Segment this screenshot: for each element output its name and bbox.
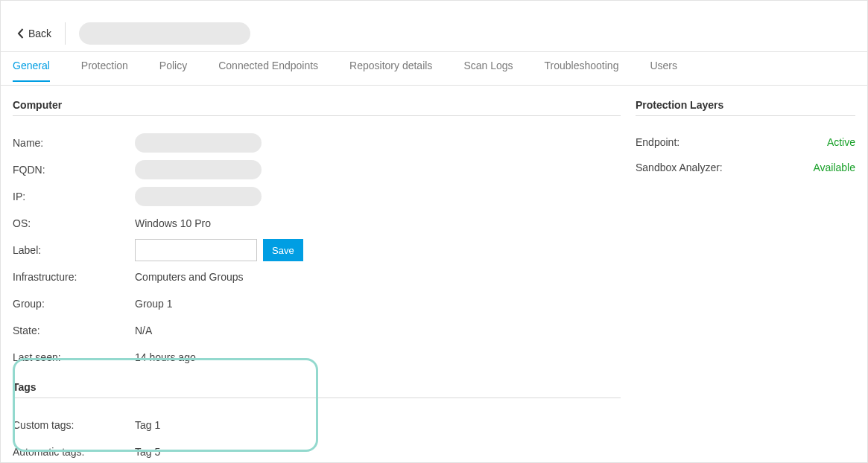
automatic-tags-value: Tag 5: [135, 446, 160, 458]
tabs: General Protection Policy Connected Endp…: [1, 51, 867, 86]
header-title-placeholder: [79, 22, 250, 45]
save-button[interactable]: Save: [263, 239, 303, 261]
group-label: Group:: [13, 298, 135, 310]
endpoint-label: Endpoint:: [636, 136, 679, 148]
custom-tags-label: Custom tags:: [13, 419, 135, 431]
fqdn-label: FQDN:: [13, 164, 135, 176]
ip-value-placeholder: [135, 187, 262, 206]
state-value: N/A: [135, 325, 152, 336]
sandbox-value: Available: [813, 162, 855, 173]
endpoint-value: Active: [827, 136, 855, 148]
field-name: Name:: [13, 130, 621, 156]
custom-tags-value: Tag 1: [135, 419, 160, 431]
tab-users[interactable]: Users: [650, 60, 677, 80]
name-label: Name:: [13, 137, 135, 149]
tab-repository-details[interactable]: Repository details: [349, 60, 432, 80]
field-custom-tags: Custom tags: Tag 1: [13, 412, 621, 438]
field-fqdn: FQDN:: [13, 156, 621, 183]
label-label: Label:: [13, 244, 135, 256]
tab-scan-logs[interactable]: Scan Logs: [463, 60, 513, 80]
protection-row-endpoint: Endpoint: Active: [636, 130, 855, 155]
sandbox-label: Sandbox Analyzer:: [636, 162, 723, 173]
back-label: Back: [28, 28, 51, 39]
field-group: Group: Group 1: [13, 290, 621, 317]
automatic-tags-label: Automatic tags:: [13, 446, 135, 458]
last-seen-value: 14 hours ago: [135, 351, 196, 363]
tab-policy[interactable]: Policy: [159, 60, 187, 80]
separator: [65, 22, 66, 45]
infra-label: Infrastructure:: [13, 271, 135, 283]
computer-section-title: Computer: [13, 99, 621, 116]
os-value: Windows 10 Pro: [135, 217, 211, 229]
name-value-placeholder: [135, 133, 262, 153]
tab-troubleshooting[interactable]: Troubleshooting: [545, 60, 619, 80]
tab-protection[interactable]: Protection: [81, 60, 128, 80]
label-input[interactable]: [135, 239, 257, 261]
field-last-seen: Last seen: 14 hours ago: [13, 344, 621, 371]
group-value: Group 1: [135, 298, 173, 310]
last-seen-label: Last seen:: [13, 351, 135, 363]
protection-layers-section-title: Protection Layers: [636, 99, 855, 116]
infra-value: Computers and Groups: [135, 271, 244, 283]
tab-general[interactable]: General: [13, 60, 50, 82]
protection-row-sandbox: Sandbox Analyzer: Available: [636, 155, 855, 180]
back-button[interactable]: Back: [17, 28, 51, 39]
fqdn-value-placeholder: [135, 160, 262, 179]
state-label: State:: [13, 325, 135, 336]
field-state: State: N/A: [13, 317, 621, 344]
tab-connected-endpoints[interactable]: Connected Endpoints: [218, 60, 318, 80]
chevron-left-icon: [17, 28, 24, 39]
ip-label: IP:: [13, 191, 135, 202]
field-automatic-tags: Automatic tags: Tag 5: [13, 438, 621, 463]
tags-section-title: Tags: [13, 381, 621, 398]
os-label: OS:: [13, 217, 135, 229]
field-os: OS: Windows 10 Pro: [13, 210, 621, 237]
field-ip: IP:: [13, 183, 621, 210]
field-infrastructure: Infrastructure: Computers and Groups: [13, 264, 621, 290]
field-label: Label: Save: [13, 237, 621, 264]
